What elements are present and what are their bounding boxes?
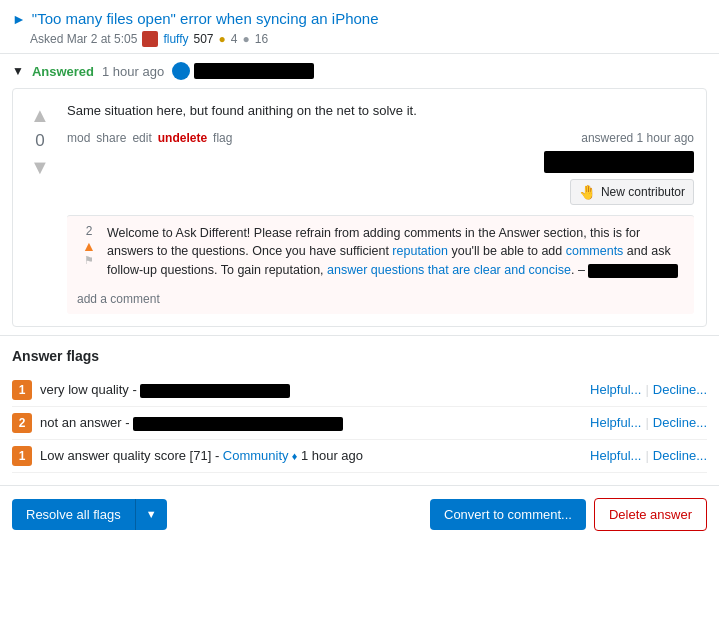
flag-time-3: 1 hour ago — [301, 448, 363, 463]
decline-link-1[interactable]: Decline... — [653, 382, 707, 397]
answered-meta-text: answered 1 hour ago — [581, 131, 694, 145]
comment-upvote-icon[interactable]: ▲ — [82, 238, 96, 254]
helpful-link-2[interactable]: Helpful... — [590, 415, 641, 430]
answer-section: ▼ Answered 1 hour ago ▲ 0 ▼ Same situati… — [0, 54, 719, 335]
edit-link[interactable]: edit — [132, 131, 151, 145]
flag-row: 2 not an answer - Helpful... | Decline..… — [12, 407, 707, 440]
flags-section: Answer flags 1 very low quality - Helpfu… — [0, 335, 719, 485]
question-meta: Asked Mar 2 at 5:05 fluffy 507 ● 4 ● 16 — [30, 31, 707, 47]
add-comment-link[interactable]: add a comment — [77, 292, 160, 306]
answered-time: 1 hour ago — [102, 64, 164, 79]
reputation-link[interactable]: reputation — [392, 244, 448, 258]
answer-questions-link[interactable]: answer questions that are clear and conc… — [327, 263, 571, 277]
comments-link[interactable]: comments — [566, 244, 624, 258]
share-link[interactable]: share — [96, 131, 126, 145]
flag-row: 1 very low quality - Helpful... | Declin… — [12, 374, 707, 407]
answer-header: ▼ Answered 1 hour ago — [12, 62, 707, 80]
rep-score: 507 — [194, 32, 214, 46]
vote-column: ▲ 0 ▼ — [25, 101, 55, 314]
answer-attribution: answered 1 hour ago 🤚 New contributor — [524, 131, 694, 205]
asked-date: Asked Mar 2 at 5:05 — [30, 32, 137, 46]
silver-count: 16 — [255, 32, 268, 46]
downvote-button[interactable]: ▼ — [25, 153, 55, 181]
flag-separator-1: | — [645, 382, 648, 397]
silver-dot: ● — [242, 32, 249, 46]
helpful-link-3[interactable]: Helpful... — [590, 448, 641, 463]
resolve-group: Resolve all flags ▼ — [12, 499, 167, 530]
decline-link-3[interactable]: Decline... — [653, 448, 707, 463]
flag-row: 1 Low answer quality score [71] - Commun… — [12, 440, 707, 473]
decline-link-2[interactable]: Decline... — [653, 415, 707, 430]
comment-author — [588, 264, 678, 278]
answerer-user-block — [544, 151, 694, 173]
flag-label-3: Low answer quality score [71] - Communit… — [40, 448, 582, 463]
gold-count: 4 — [231, 32, 238, 46]
comment-text: Welcome to Ask Different! Please refrain… — [107, 224, 684, 280]
diamond-icon: ♦ — [289, 450, 298, 462]
convert-to-comment-button[interactable]: Convert to comment... — [430, 499, 586, 530]
resolve-all-button[interactable]: Resolve all flags — [12, 499, 136, 530]
new-contributor-label: New contributor — [601, 185, 685, 199]
chevron-down-icon: ▼ — [12, 64, 24, 78]
answered-label: Answered — [32, 64, 94, 79]
delete-answer-button[interactable]: Delete answer — [594, 498, 707, 531]
flag-count-badge-1: 1 — [12, 380, 32, 400]
mod-link[interactable]: mod — [67, 131, 90, 145]
vote-count: 0 — [35, 131, 44, 151]
resolve-dropdown-button[interactable]: ▼ — [136, 499, 167, 530]
action-buttons-bar: Resolve all flags ▼ Convert to comment..… — [0, 485, 719, 543]
flags-title: Answer flags — [12, 348, 707, 364]
undelete-link[interactable]: undelete — [158, 131, 207, 145]
flag-actions-1: Helpful... | Decline... — [590, 382, 707, 397]
flag-separator-2: | — [645, 415, 648, 430]
flag-comment-icon[interactable]: ⚑ — [84, 254, 94, 267]
hand-wave-icon: 🤚 — [579, 184, 596, 200]
gold-dot: ● — [219, 32, 226, 46]
flag-link[interactable]: flag — [213, 131, 232, 145]
helpful-link-1[interactable]: Helpful... — [590, 382, 641, 397]
comment-row: 2 ▲ ⚑ Welcome to Ask Different! Please r… — [77, 224, 684, 280]
comment-text-part2: you'll be able to add — [448, 244, 566, 258]
collapse-button[interactable]: ▼ — [12, 64, 24, 78]
community-link[interactable]: Community — [223, 448, 289, 463]
flag-actions-2: Helpful... | Decline... — [590, 415, 707, 430]
gravatar-icon — [172, 62, 190, 80]
comment-text-part4: . – — [571, 263, 585, 277]
comment-vote: 2 ▲ ⚑ — [77, 224, 101, 267]
flag-separator-3: | — [645, 448, 648, 463]
flag-user-1 — [140, 384, 290, 398]
user-link[interactable]: fluffy — [163, 32, 188, 46]
question-title[interactable]: "Too many files open" error when syncing… — [32, 10, 379, 27]
flag-count-badge-3: 1 — [12, 446, 32, 466]
flag-count-badge-2: 2 — [12, 413, 32, 433]
flag-label-1: very low quality - — [40, 382, 582, 398]
answer-body-text: Same situation here, but found anithing … — [67, 101, 694, 121]
answer-card: ▲ 0 ▼ Same situation here, but found ani… — [12, 88, 707, 327]
upvote-button[interactable]: ▲ — [25, 101, 55, 129]
user-avatar — [142, 31, 158, 47]
flag-actions-3: Helpful... | Decline... — [590, 448, 707, 463]
flag-label-2: not an answer - — [40, 415, 582, 431]
flag-user-2 — [133, 417, 343, 431]
question-header: ► "Too many files open" error when synci… — [0, 0, 719, 54]
answer-actions: mod share edit undelete flag — [67, 131, 232, 145]
comment-section: 2 ▲ ⚑ Welcome to Ask Different! Please r… — [67, 215, 694, 314]
new-contributor-badge: 🤚 New contributor — [570, 179, 694, 205]
answer-content: Same situation here, but found anithing … — [67, 101, 694, 314]
comment-vote-count: 2 — [86, 224, 93, 238]
expand-icon[interactable]: ► — [12, 11, 26, 27]
answerer-username — [194, 63, 314, 79]
